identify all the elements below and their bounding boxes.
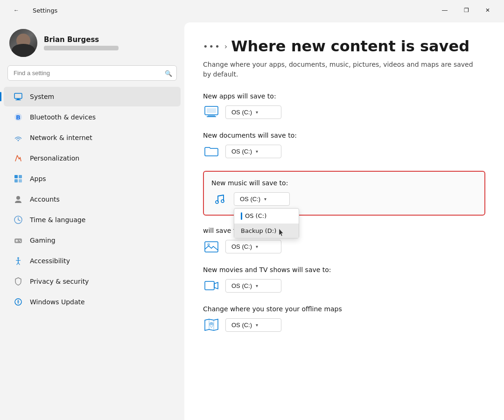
maps-drive-chevron: ▾ [256, 322, 258, 328]
docs-drive-dropdown[interactable]: OS (C:) ▾ [225, 145, 281, 158]
titlebar: ← Settings — ❐ ✕ [0, 0, 504, 19]
svg-line-23 [18, 263, 20, 265]
breadcrumb-dots: ••• [203, 42, 221, 51]
maps-save-label: Change where you store your offline maps [203, 305, 485, 313]
movies-save-row: OS (C:) ▾ [203, 277, 485, 294]
search-input[interactable] [7, 65, 177, 81]
monitor-drive-icon [203, 104, 220, 120]
window-controls: — ❐ ✕ [434, 3, 498, 18]
svg-text:B: B [16, 114, 21, 121]
close-button[interactable]: ✕ [477, 3, 498, 18]
movies-save-section: New movies and TV shows will save to: OS… [203, 266, 485, 294]
nav-label-accessibility: Accessibility [30, 257, 70, 265]
svg-rect-9 [19, 179, 22, 182]
app-container: Brian Burgess 🔍 System [0, 19, 504, 420]
music-option-backup[interactable]: Backup (D:) [234, 224, 299, 238]
svg-point-10 [16, 196, 20, 200]
sidebar: Brian Burgess 🔍 System [0, 19, 184, 420]
privacy-icon [13, 276, 23, 287]
accounts-icon [13, 194, 23, 204]
music-option-osc[interactable]: OS (C:) [234, 209, 299, 224]
paint-icon [13, 153, 23, 163]
svg-rect-8 [14, 179, 18, 182]
svg-point-5 [18, 140, 19, 141]
movies-drive-chevron: ▾ [256, 283, 258, 288]
titlebar-left: ← Settings [6, 3, 57, 18]
movies-drive-dropdown[interactable]: OS (C:) ▾ [225, 279, 281, 293]
docs-save-row: OS (C:) ▾ [203, 143, 485, 160]
nav-item-update[interactable]: Windows Update [4, 292, 181, 312]
search-box: 🔍 [7, 65, 177, 81]
music-note-icon [211, 190, 228, 207]
nav-label-personalization: Personalization [30, 154, 79, 162]
maximize-button[interactable]: ❐ [455, 3, 477, 18]
nav-label-bluetooth: Bluetooth & devices [30, 113, 96, 121]
network-icon [13, 133, 23, 143]
movies-drive-value: OS (C:) [231, 282, 252, 289]
apps-save-label: New apps will save to: [203, 92, 485, 100]
svg-point-18 [20, 241, 21, 242]
nav-item-accessibility[interactable]: Accessibility [4, 251, 181, 271]
nav-item-personalization[interactable]: Personalization [4, 148, 181, 168]
avatar-image [9, 29, 37, 57]
svg-rect-28 [207, 108, 216, 113]
cursor-icon [278, 228, 285, 237]
pictures-drive-dropdown[interactable]: OS (C:) ▾ [225, 240, 281, 253]
user-email-redacted [44, 46, 119, 50]
apps-save-row: OS (C:) ▾ [203, 104, 485, 120]
picture-icon [203, 238, 220, 255]
maps-drive-value: OS (C:) [231, 322, 252, 329]
nav-item-bluetooth[interactable]: B Bluetooth & devices [4, 107, 181, 127]
nav-item-network[interactable]: Network & internet [4, 128, 181, 147]
apps-icon [13, 174, 23, 184]
nav-item-system[interactable]: System [4, 87, 181, 106]
nav-label-system: System [30, 93, 54, 100]
search-icon: 🔍 [165, 70, 172, 77]
nav-item-gaming[interactable]: Gaming [4, 231, 181, 250]
bluetooth-icon: B [13, 112, 23, 122]
backup-option-label: Backup (D:) [241, 227, 276, 234]
apps-save-section: New apps will save to: OS (C:) ▾ [203, 92, 485, 120]
music-save-section: New music will save to: OS (C:) ▾ OS [203, 171, 485, 216]
svg-point-19 [17, 257, 19, 259]
nav-item-privacy[interactable]: Privacy & security [4, 272, 181, 291]
nav-label-privacy: Privacy & security [30, 278, 89, 285]
docs-save-label: New documents will save to: [203, 132, 485, 139]
nav-item-apps[interactable]: Apps [4, 169, 181, 189]
user-name: Brian Burgess [44, 35, 119, 44]
apps-drive-dropdown[interactable]: OS (C:) ▾ [225, 105, 281, 119]
page-description: Change where your apps, documents, music… [203, 60, 483, 79]
docs-drive-value: OS (C:) [231, 148, 252, 155]
svg-point-37 [210, 322, 213, 325]
nav-label-update: Windows Update [30, 298, 85, 306]
maps-drive-dropdown[interactable]: OS (C:) ▾ [225, 318, 281, 332]
svg-rect-33 [205, 281, 214, 290]
pictures-save-row: OS (C:) ▾ [203, 238, 485, 255]
monitor-icon [13, 91, 23, 102]
svg-rect-7 [19, 175, 22, 178]
movies-save-label: New movies and TV shows will save to: [203, 266, 485, 273]
breadcrumb: ••• › Where new content is saved [203, 37, 485, 55]
accessibility-icon [13, 256, 23, 266]
music-save-label: New music will save to: [211, 179, 477, 187]
music-drive-chevron: ▾ [264, 196, 266, 202]
nav-item-time[interactable]: Time & language [4, 210, 181, 230]
nav-label-gaming: Gaming [30, 237, 56, 244]
apps-drive-value: OS (C:) [231, 109, 252, 116]
page-title: Where new content is saved [231, 37, 469, 55]
pictures-drive-value: OS (C:) [231, 243, 252, 250]
svg-rect-6 [14, 175, 18, 178]
svg-point-30 [221, 200, 224, 203]
app-title: Settings [33, 7, 57, 14]
nav-label-accounts: Accounts [30, 196, 60, 203]
back-button[interactable]: ← [6, 3, 27, 18]
svg-point-17 [19, 240, 20, 241]
nav-label-apps: Apps [30, 175, 46, 182]
music-dropdown-container: OS (C:) ▾ OS (C:) Backup (D:) [234, 192, 290, 206]
time-icon [13, 215, 23, 225]
music-drive-dropdown[interactable]: OS (C:) ▾ [234, 192, 290, 206]
breadcrumb-arrow: › [224, 42, 227, 51]
nav-item-accounts[interactable]: Accounts [4, 189, 181, 209]
svg-line-13 [18, 220, 20, 221]
minimize-button[interactable]: — [434, 3, 455, 18]
